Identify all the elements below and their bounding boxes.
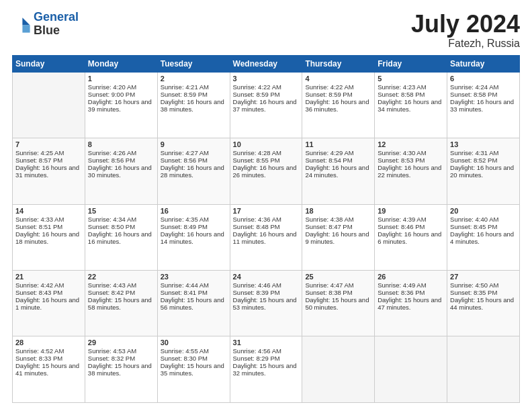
cell-day-number: 10 — [233, 140, 300, 148]
cell-sunrise: Sunrise: 4:33 AM — [15, 216, 82, 223]
calendar-cell: 21Sunrise: 4:42 AMSunset: 8:43 PMDayligh… — [13, 271, 85, 336]
cell-sunrise: Sunrise: 4:39 AM — [378, 216, 444, 223]
calendar-cell: 30Sunrise: 4:55 AMSunset: 8:30 PMDayligh… — [157, 336, 230, 403]
calendar-cell: 6Sunrise: 4:24 AMSunset: 8:58 PMDaylight… — [447, 72, 520, 138]
cell-sunset: Sunset: 8:50 PM — [88, 223, 154, 230]
cell-daylight: Daylight: 16 hours and 39 minutes. — [88, 98, 154, 113]
cell-sunset: Sunset: 8:58 PM — [378, 91, 444, 98]
cell-sunrise: Sunrise: 4:36 AM — [233, 216, 300, 223]
cell-sunset: Sunset: 8:56 PM — [161, 156, 227, 164]
cell-day-number: 31 — [233, 338, 300, 347]
logo-icon — [12, 15, 31, 34]
cell-day-number: 24 — [233, 273, 300, 281]
cell-sunrise: Sunrise: 4:46 AM — [233, 281, 300, 289]
cell-sunrise: Sunrise: 4:47 AM — [305, 281, 371, 289]
cell-day-number: 17 — [233, 207, 300, 215]
calendar-cell: 8Sunrise: 4:26 AMSunset: 8:56 PMDaylight… — [85, 138, 157, 204]
cell-daylight: Daylight: 16 hours and 18 minutes. — [15, 230, 82, 245]
calendar-cell: 22Sunrise: 4:43 AMSunset: 8:42 PMDayligh… — [85, 271, 157, 336]
cell-sunset: Sunset: 8:52 PM — [450, 156, 517, 164]
cell-day-number: 30 — [161, 338, 227, 347]
cell-sunrise: Sunrise: 4:28 AM — [233, 149, 300, 156]
cell-day-number: 18 — [305, 207, 371, 215]
cell-daylight: Daylight: 15 hours and 41 minutes. — [15, 362, 82, 377]
calendar-cell: 9Sunrise: 4:27 AMSunset: 8:56 PMDaylight… — [157, 138, 230, 204]
cell-daylight: Daylight: 16 hours and 33 minutes. — [450, 98, 517, 113]
cell-daylight: Daylight: 15 hours and 35 minutes. — [161, 362, 227, 377]
cell-day-number: 28 — [15, 338, 82, 347]
cell-sunrise: Sunrise: 4:40 AM — [450, 216, 517, 223]
calendar-table: SundayMondayTuesdayWednesdayThursdayFrid… — [12, 55, 520, 403]
cell-daylight: Daylight: 16 hours and 20 minutes. — [450, 164, 517, 179]
calendar-cell: 14Sunrise: 4:33 AMSunset: 8:51 PMDayligh… — [13, 204, 85, 270]
calendar-cell: 10Sunrise: 4:28 AMSunset: 8:55 PMDayligh… — [230, 138, 302, 204]
calendar-cell: 26Sunrise: 4:49 AMSunset: 8:36 PMDayligh… — [375, 271, 447, 336]
calendar-cell: 24Sunrise: 4:46 AMSunset: 8:39 PMDayligh… — [230, 271, 302, 336]
cell-sunset: Sunset: 8:56 PM — [88, 156, 154, 164]
calendar-cell: 1Sunrise: 4:20 AMSunset: 9:00 PMDaylight… — [85, 72, 157, 138]
cell-sunrise: Sunrise: 4:38 AM — [305, 216, 371, 223]
cell-daylight: Daylight: 15 hours and 47 minutes. — [378, 296, 444, 311]
cell-daylight: Daylight: 16 hours and 36 minutes. — [305, 98, 371, 113]
calendar-cell: 18Sunrise: 4:38 AMSunset: 8:47 PMDayligh… — [302, 204, 375, 270]
cell-sunrise: Sunrise: 4:35 AM — [161, 216, 227, 223]
cell-daylight: Daylight: 16 hours and 22 minutes. — [378, 164, 444, 179]
cell-sunset: Sunset: 8:45 PM — [450, 223, 517, 230]
cell-sunset: Sunset: 8:35 PM — [450, 289, 517, 296]
svg-marker-0 — [22, 17, 30, 25]
cell-sunset: Sunset: 8:41 PM — [161, 289, 227, 296]
cell-sunrise: Sunrise: 4:52 AM — [15, 347, 82, 355]
calendar-cell — [375, 336, 447, 403]
cell-daylight: Daylight: 16 hours and 24 minutes. — [305, 164, 371, 179]
calendar-cell: 11Sunrise: 4:29 AMSunset: 8:54 PMDayligh… — [302, 138, 375, 204]
title-location: Fatezh, Russia — [411, 38, 520, 50]
header-friday: Friday — [375, 55, 447, 72]
cell-daylight: Daylight: 16 hours and 37 minutes. — [233, 98, 300, 113]
cell-daylight: Daylight: 15 hours and 32 minutes. — [233, 362, 300, 377]
calendar-cell: 17Sunrise: 4:36 AMSunset: 8:48 PMDayligh… — [230, 204, 302, 270]
cell-sunset: Sunset: 8:30 PM — [161, 355, 227, 362]
header-sunday: Sunday — [13, 55, 85, 72]
cell-sunset: Sunset: 8:42 PM — [88, 289, 154, 296]
cell-sunset: Sunset: 8:32 PM — [88, 355, 154, 362]
cell-sunset: Sunset: 8:29 PM — [233, 355, 300, 362]
page: General Blue July 2024 Fatezh, Russia Su… — [0, 0, 532, 411]
calendar-cell: 2Sunrise: 4:21 AMSunset: 8:59 PMDaylight… — [157, 72, 230, 138]
header-monday: Monday — [85, 55, 157, 72]
cell-day-number: 25 — [305, 273, 371, 281]
header-wednesday: Wednesday — [230, 55, 302, 72]
cell-day-number: 16 — [161, 207, 227, 215]
cell-sunset: Sunset: 8:59 PM — [161, 91, 227, 98]
cell-sunrise: Sunrise: 4:27 AM — [161, 149, 227, 156]
cell-sunset: Sunset: 8:33 PM — [15, 355, 82, 362]
calendar-cell: 25Sunrise: 4:47 AMSunset: 8:38 PMDayligh… — [302, 271, 375, 336]
cell-sunset: Sunset: 8:48 PM — [233, 223, 300, 230]
cell-daylight: Daylight: 16 hours and 4 minutes. — [450, 230, 517, 245]
calendar-cell: 27Sunrise: 4:50 AMSunset: 8:35 PMDayligh… — [447, 271, 520, 336]
cell-day-number: 27 — [450, 273, 517, 281]
cell-day-number: 1 — [88, 75, 154, 83]
calendar-week-5: 28Sunrise: 4:52 AMSunset: 8:33 PMDayligh… — [13, 336, 520, 403]
cell-day-number: 7 — [15, 140, 82, 148]
calendar-week-4: 21Sunrise: 4:42 AMSunset: 8:43 PMDayligh… — [13, 271, 520, 336]
cell-sunset: Sunset: 8:38 PM — [305, 289, 371, 296]
calendar-cell — [13, 72, 85, 138]
title-month: July 2024 — [411, 11, 520, 38]
cell-daylight: Daylight: 15 hours and 53 minutes. — [233, 296, 300, 311]
calendar-week-3: 14Sunrise: 4:33 AMSunset: 8:51 PMDayligh… — [13, 204, 520, 270]
cell-day-number: 9 — [161, 140, 227, 148]
calendar-cell: 3Sunrise: 4:22 AMSunset: 8:59 PMDaylight… — [230, 72, 302, 138]
calendar-cell: 31Sunrise: 4:56 AMSunset: 8:29 PMDayligh… — [230, 336, 302, 403]
cell-daylight: Daylight: 16 hours and 26 minutes. — [233, 164, 300, 179]
cell-sunrise: Sunrise: 4:53 AM — [88, 347, 154, 355]
cell-sunset: Sunset: 8:59 PM — [305, 91, 371, 98]
cell-sunrise: Sunrise: 4:50 AM — [450, 281, 517, 289]
header: General Blue July 2024 Fatezh, Russia — [12, 11, 520, 50]
calendar-week-2: 7Sunrise: 4:25 AMSunset: 8:57 PMDaylight… — [13, 138, 520, 204]
cell-sunset: Sunset: 8:39 PM — [233, 289, 300, 296]
cell-sunset: Sunset: 8:36 PM — [378, 289, 444, 296]
calendar-cell: 16Sunrise: 4:35 AMSunset: 8:49 PMDayligh… — [157, 204, 230, 270]
cell-daylight: Daylight: 16 hours and 31 minutes. — [15, 164, 82, 179]
cell-sunset: Sunset: 8:43 PM — [15, 289, 82, 296]
calendar-cell: 13Sunrise: 4:31 AMSunset: 8:52 PMDayligh… — [447, 138, 520, 204]
